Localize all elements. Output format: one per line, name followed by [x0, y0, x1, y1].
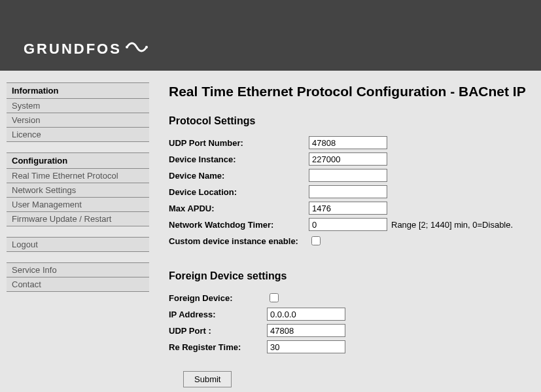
brand-logo: GRUNDFOS — [24, 38, 148, 60]
sidebar-group-logout: Logout — [7, 237, 149, 252]
label-max-apdu: Max APDU: — [169, 204, 309, 213]
header-bar: GRUNDFOS — [0, 0, 541, 71]
svg-point-0 — [126, 46, 128, 48]
sidebar-item-logout[interactable]: Logout — [7, 238, 149, 252]
sidebar-group-misc: Service Info Contact — [7, 262, 149, 292]
input-device-name[interactable] — [309, 169, 387, 182]
label-network-watchdog: Network Watchdog Timer: — [169, 220, 309, 230]
section-protocol-settings: Protocol Settings — [169, 115, 541, 127]
main-content: Real Time Ethernet Protocol Configuratio… — [161, 71, 541, 392]
label-device-name: Device Name: — [169, 171, 309, 181]
input-network-watchdog[interactable] — [309, 218, 387, 231]
label-custom-device-instance-enable: Custom device instance enable: — [169, 236, 309, 246]
submit-button[interactable]: Submit — [183, 371, 232, 387]
page-title: Real Time Ethernet Protocol Configuratio… — [169, 84, 541, 99]
sidebar-item-version[interactable]: Version — [7, 113, 149, 128]
input-device-instance[interactable] — [309, 152, 387, 166]
sidebar-item-service-info[interactable]: Service Info — [7, 263, 149, 277]
label-udp-port: UDP Port : — [169, 326, 267, 336]
sidebar-item-system[interactable]: System — [7, 99, 149, 113]
grundfos-screw-icon — [126, 38, 148, 60]
section-foreign-device-settings: Foreign Device settings — [169, 270, 541, 282]
label-re-register-time: Re Register Time: — [169, 342, 267, 352]
input-max-apdu[interactable] — [309, 202, 387, 215]
svg-point-1 — [145, 46, 148, 48]
sidebar-item-rte-protocol[interactable]: Real Time Ethernet Protocol — [7, 169, 149, 183]
input-udp-port[interactable] — [267, 324, 345, 337]
sidebar-group-title-configuration: Configuration — [7, 153, 149, 169]
sidebar-item-firmware-update[interactable]: Firmware Update / Restart — [7, 212, 149, 226]
label-device-location: Device Location: — [169, 187, 309, 197]
input-udp-port-number[interactable] — [309, 136, 387, 149]
hint-network-watchdog: Range [2; 1440] min, 0=Disable. — [391, 220, 513, 230]
input-re-register-time[interactable] — [267, 340, 345, 353]
sidebar-group-title-information: Information — [7, 83, 149, 99]
checkbox-foreign-device[interactable] — [270, 293, 279, 302]
label-foreign-device: Foreign Device: — [169, 293, 267, 303]
sidebar-item-licence[interactable]: Licence — [7, 128, 149, 142]
sidebar-group-information: Information System Version Licence — [7, 82, 149, 142]
sidebar: Information System Version Licence Confi… — [0, 71, 161, 302]
brand-text: GRUNDFOS — [24, 41, 122, 58]
sidebar-item-user-management[interactable]: User Management — [7, 198, 149, 212]
sidebar-item-contact[interactable]: Contact — [7, 277, 149, 292]
checkbox-custom-device-instance-enable[interactable] — [311, 236, 321, 245]
label-device-instance: Device Instance: — [169, 154, 309, 164]
label-ip-address: IP Address: — [169, 310, 267, 319]
sidebar-item-network-settings[interactable]: Network Settings — [7, 183, 149, 198]
label-udp-port-number: UDP Port Number: — [169, 138, 309, 148]
input-ip-address[interactable] — [267, 308, 345, 321]
input-device-location[interactable] — [309, 185, 387, 198]
sidebar-group-configuration: Configuration Real Time Ethernet Protoco… — [7, 152, 149, 226]
